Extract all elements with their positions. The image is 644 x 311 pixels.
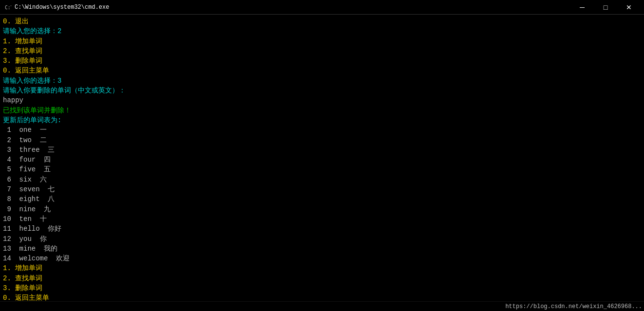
console-line: 14 welcome 欢迎: [3, 254, 641, 263]
svg-text:C:\: C:\: [5, 4, 11, 10]
console-line: 1 one 一: [3, 125, 641, 135]
console-line: 4 four 四: [3, 155, 641, 165]
console-line: 6 six 六: [3, 175, 641, 184]
bottom-bar: https://blog.csdn.net/weixin_4626968...: [0, 301, 644, 311]
cmd-window: C:\ C:\Windows\system32\cmd.exe ─ □ ✕ 0.…: [0, 0, 644, 311]
console-line: 已找到该单词并删除！: [3, 106, 641, 115]
console-line: 7 seven 七: [3, 184, 641, 194]
console-line: 8 eight 八: [3, 194, 641, 204]
title-bar: C:\ C:\Windows\system32\cmd.exe ─ □ ✕: [0, 0, 644, 15]
console-line: 2. 查找单词: [3, 274, 641, 283]
console-line: 9 nine 九: [3, 204, 641, 214]
console-line: 2 two 二: [3, 135, 641, 145]
console-line: 0. 退出: [3, 17, 641, 26]
window-controls: ─ □ ✕: [571, 0, 640, 15]
console-line: 10 ten 十: [3, 214, 641, 224]
console-line: 1. 增加单词: [3, 263, 641, 273]
console-lines-container: 0. 退出请输入您的选择：21. 增加单词2. 查找单词3. 删除单词0. 返回…: [3, 17, 641, 301]
console-line: 请输入你要删除的单词（中文或英文）：: [3, 86, 641, 95]
console-line: 请输入您的选择：2: [3, 26, 641, 36]
console-line: happy: [3, 95, 641, 105]
window-title: C:\Windows\system32\cmd.exe: [15, 4, 571, 11]
console-line: 3. 删除单词: [3, 56, 641, 66]
console-line: 11 hello 你好: [3, 224, 641, 234]
console-line: 3 three 三: [3, 145, 641, 155]
bottom-link-text: https://blog.csdn.net/weixin_4626968...: [505, 303, 642, 310]
console-line: 0. 返回主菜单: [3, 293, 641, 301]
console-line: 2. 查找单词: [3, 46, 641, 56]
console-line: 0. 返回主菜单: [3, 66, 641, 75]
close-button[interactable]: ✕: [618, 0, 640, 15]
minimize-button[interactable]: ─: [571, 0, 593, 15]
console-line: 5 five 五: [3, 165, 641, 174]
console-line: 13 mine 我的: [3, 244, 641, 254]
cmd-icon: C:\: [4, 3, 12, 11]
console-output: 0. 退出请输入您的选择：21. 增加单词2. 查找单词3. 删除单词0. 返回…: [0, 15, 644, 301]
console-line: 3. 删除单词: [3, 283, 641, 293]
maximize-button[interactable]: □: [594, 0, 617, 15]
console-line: 1. 增加单词: [3, 37, 641, 46]
console-line: 更新后的单词表为:: [3, 115, 641, 125]
console-line: 请输入你的选择：3: [3, 76, 641, 86]
console-line: 12 you 你: [3, 234, 641, 244]
